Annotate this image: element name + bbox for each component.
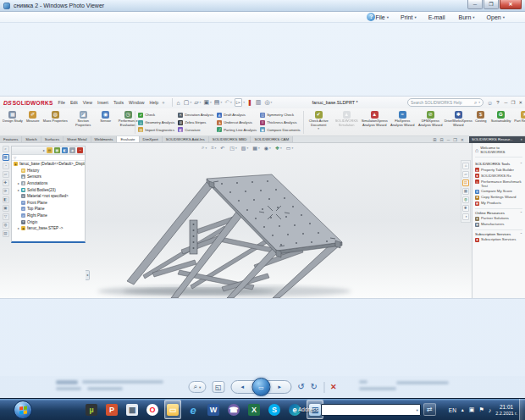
ribbon-small-button[interactable]: ▥ Zebra Stripes [178, 120, 213, 125]
taskpane-link[interactable]: ✱ Copy Settings Wizard [475, 195, 522, 200]
sw-tab[interactable]: Features [0, 136, 22, 142]
taskpane-link[interactable]: ◆ Subscription Services [475, 237, 522, 242]
taskbar-app-button[interactable]: ▦ [124, 400, 141, 419]
sw-close-button[interactable]: ✕ [518, 100, 522, 105]
taskbar-app-button[interactable]: S [266, 400, 283, 419]
ribbon-small-button[interactable]: ✕ Deviation Analysis [178, 113, 213, 118]
ribbon-small-button[interactable]: ◭ Draft Analysis [217, 113, 257, 118]
sw-toolbar-button[interactable]: ↶ ▾ [224, 99, 232, 106]
viewer-menu-item[interactable]: Print ▾ [401, 14, 417, 20]
search-icon[interactable]: ⌕ [474, 100, 477, 106]
sw-toolbar-button[interactable]: ▻ ▾ [235, 98, 245, 107]
maximize-button[interactable]: ❐ [484, 0, 499, 9]
ribbon-small-button[interactable]: ◮ Undercut Analysis [217, 120, 257, 125]
ribbon-small-button[interactable]: ✔ Check [138, 113, 174, 118]
sw-help-icon[interactable]: ? [496, 100, 499, 105]
start-button[interactable] [14, 401, 32, 419]
welcome-link[interactable]: ⌂ Welcome to SOLIDWORKS [475, 146, 522, 158]
ribbon-button[interactable]: ◍ Mass Properties [41, 109, 69, 135]
sw-tab[interactable]: Surfaces [41, 136, 64, 142]
ribbon-button[interactable]: $ Costing [472, 109, 489, 135]
ribbon-button[interactable]: ♻ Sustainability [489, 109, 513, 135]
actual-size-button[interactable]: ◱ [212, 381, 224, 393]
volume-icon[interactable]: ♪ [489, 407, 492, 413]
sw-tab[interactable]: DimXpert [140, 136, 163, 142]
taskpane-link[interactable]: ▦ Manufacturers [475, 222, 522, 227]
taskpane-tab-icon[interactable]: ▱ [462, 171, 469, 178]
sw-tab[interactable]: Weldments [91, 136, 118, 142]
ribbon-button[interactable]: ≈ FloXpress Analysis Wizard [389, 109, 417, 135]
ribbon-small-button[interactable]: ╱ Parting Line Analysis [217, 127, 257, 132]
sw-toolbar-button[interactable]: ▥ [256, 99, 262, 106]
sw-search-box[interactable]: Search SOLIDWORKS Help ⌕ ▾ [407, 98, 484, 107]
taskbar-app-button[interactable]: e [185, 400, 202, 419]
sw-menu-item[interactable]: File [58, 100, 65, 105]
ribbon-button[interactable]: ✱ DriveWorksXpress Wizard [445, 109, 472, 135]
taskpane-header[interactable]: SOLIDWORKS Resour... ⌖ [469, 136, 525, 143]
doc-window-control-icon[interactable]: ─ [447, 137, 450, 142]
chevron-down-icon[interactable]: ▾ [417, 408, 418, 412]
language-indicator[interactable]: EN [449, 407, 456, 413]
ribbon-button[interactable]: ◪ Section Properties [69, 109, 97, 135]
sw-minimize-button[interactable]: ─ [505, 100, 508, 105]
section-header[interactable]: Online Resources ⌃ [475, 211, 522, 215]
viewer-menu-item[interactable]: File ▾ [375, 14, 389, 20]
ribbon-small-button[interactable]: ▣ Compare Documents [260, 127, 301, 132]
sw-tab[interactable]: Evaluate [117, 136, 139, 142]
sw-menu-item[interactable]: Tools [113, 100, 124, 105]
address-input[interactable] [322, 405, 420, 415]
rotate-ccw-button[interactable]: ↺ [297, 381, 304, 393]
sw-menu-item[interactable]: Window [129, 100, 144, 105]
sw-toolbar-button[interactable]: ▤ ▾ [214, 99, 222, 106]
sw-tab[interactable]: SOLIDWORKS CAM [251, 136, 293, 142]
taskbar-app-button[interactable]: ☎ [225, 400, 242, 419]
taskbar-app-button[interactable]: W [205, 400, 222, 419]
ribbon-button[interactable]: ▲ SOLIDWORKS Simulation [333, 109, 361, 135]
taskpane-link[interactable]: ◈ Partner Solutions [475, 216, 522, 221]
ribbon-small-button[interactable]: ◫ Symmetry Check [260, 113, 301, 118]
sw-tab[interactable]: Sheet Metal [64, 136, 91, 142]
taskpane-tab-icon[interactable]: ⌂ [462, 163, 469, 169]
taskbar-app-button[interactable]: O [144, 400, 161, 419]
taskpane-link[interactable]: ◷ Performance Benchmark Test [475, 180, 522, 188]
taskpane-link[interactable]: ✚ SOLIDWORKS Rx [475, 174, 522, 179]
doc-window-control-icon[interactable]: ⊞ [433, 137, 436, 142]
ribbon-small-button[interactable]: ◬ Geometry Analysis [138, 120, 174, 125]
address-input-box[interactable]: ▾ [321, 404, 421, 416]
ribbon-button[interactable]: ★ Part Reviewer [512, 109, 525, 135]
sw-menu-item[interactable]: Insert [97, 100, 108, 105]
3d-model-fanuc-base[interactable] [0, 143, 525, 298]
sw-toolbar-button[interactable]: ◎ ▾ [264, 99, 272, 106]
ribbon-small-button[interactable]: ≡ Thickness Analysis [260, 120, 301, 125]
viewer-menu-item[interactable]: E-mail [428, 14, 447, 20]
pin-icon[interactable]: ⌖ [521, 136, 522, 143]
ribbon-button[interactable]: ▲ SimulationXpress Analysis Wizard [361, 109, 389, 135]
section-header[interactable]: SOLIDWORKS Tools ⌃ [475, 162, 522, 166]
network-icon[interactable]: ▣ [469, 406, 475, 413]
taskbar-app-button[interactable]: µ [83, 400, 100, 419]
next-button[interactable]: ► [272, 383, 287, 392]
pin-icon[interactable]: ⌖ [162, 100, 164, 106]
taskpane-tab-icon[interactable]: ✱ [462, 205, 469, 212]
action-center-flag-icon[interactable]: ⚑ [478, 406, 484, 413]
ribbon-small-button[interactable]: ◧ Curvature [178, 127, 213, 132]
clock[interactable]: 21:01 2.2.2021 г. [495, 404, 517, 416]
previous-button[interactable]: ◄ [235, 383, 250, 392]
ribbon-button[interactable]: ✔ Check Active Document ▾ [305, 109, 333, 135]
section-header[interactable]: Subscription Services ⌃ [475, 232, 522, 236]
help-icon[interactable]: ? [367, 13, 375, 21]
close-button[interactable]: ✕ [500, 0, 522, 9]
taskpane-link[interactable]: ▥ Compare My Score [475, 189, 522, 194]
taskpane-tab-icon[interactable]: ▤ [462, 180, 469, 186]
sw-menu-item[interactable]: View [83, 100, 92, 105]
sw-toolbar-button[interactable]: ▣ ▾ [203, 99, 211, 106]
slideshow-button[interactable]: ▭ [251, 378, 270, 396]
taskpane-link[interactable]: ▦ My Products [475, 201, 522, 206]
taskpane-tab-icon[interactable]: ◑ [462, 213, 469, 220]
taskpane-link[interactable]: ▤ Property Tab Builder [475, 168, 522, 173]
viewer-titlebar[interactable]: снимка 2 - Windows Photo Viewer ─ ❐ ✕ [0, 0, 525, 12]
hidden-icons-arrow[interactable]: ▲ [461, 407, 465, 412]
ribbon-button[interactable]: ✐ Measure [25, 109, 41, 135]
sw-menu-item[interactable]: Help [150, 100, 159, 105]
ribbon-button[interactable]: ◉ Sensor [97, 109, 114, 135]
